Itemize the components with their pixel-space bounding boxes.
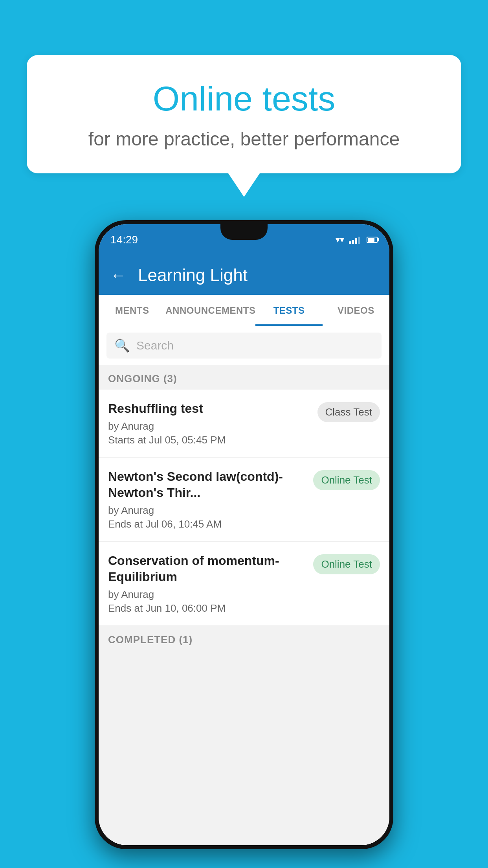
tab-videos[interactable]: VIDEOS — [323, 295, 389, 326]
test-badge-3: Online Test — [313, 554, 380, 574]
test-author-1: by Anurag — [108, 420, 311, 432]
phone-content: 🔍 Search ONGOING (3) Reshuffling test by… — [99, 326, 389, 845]
test-time-2: Ends at Jul 06, 10:45 AM — [108, 518, 307, 530]
test-info-3: Conservation of momentum-Equilibrium by … — [108, 553, 313, 614]
test-badge-2: Online Test — [313, 470, 380, 490]
test-item[interactable]: Conservation of momentum-Equilibrium by … — [99, 542, 389, 626]
speech-bubble-wrapper: Online tests for more practice, better p… — [27, 55, 461, 197]
signal-bar-2 — [352, 240, 354, 244]
search-bar-wrapper: 🔍 Search — [99, 326, 389, 365]
ongoing-section-title: ONGOING (3) — [108, 373, 177, 384]
battery-fill — [368, 238, 374, 242]
speech-bubble-subtitle: for more practice, better performance — [58, 128, 430, 150]
battery-icon — [367, 237, 378, 243]
test-name-3: Conservation of momentum-Equilibrium — [108, 553, 307, 585]
speech-bubble: Online tests for more practice, better p… — [27, 55, 461, 173]
signal-bar-1 — [349, 241, 351, 244]
test-author-3: by Anurag — [108, 588, 307, 601]
test-info-1: Reshuffling test by Anurag Starts at Jul… — [108, 401, 317, 446]
test-author-2: by Anurag — [108, 504, 307, 517]
app-title: Learning Light — [138, 265, 248, 285]
completed-section-header: COMPLETED (1) — [99, 626, 389, 651]
test-info-2: Newton's Second law(contd)-Newton's Thir… — [108, 469, 313, 530]
search-icon: 🔍 — [114, 338, 130, 353]
test-name-1: Reshuffling test — [108, 401, 311, 417]
wifi-icon: ▾▾ — [336, 235, 344, 245]
ongoing-section-header: ONGOING (3) — [99, 365, 389, 390]
search-input[interactable]: Search — [136, 339, 174, 352]
speech-bubble-title: Online tests — [58, 79, 430, 119]
app-header: ← Learning Light — [99, 256, 389, 295]
test-list: Reshuffling test by Anurag Starts at Jul… — [99, 390, 389, 626]
test-item[interactable]: Newton's Second law(contd)-Newton's Thir… — [99, 458, 389, 542]
signal-bar-4 — [358, 237, 360, 244]
tab-announcements[interactable]: ANNOUNCEMENTS — [165, 295, 255, 326]
test-badge-1: Class Test — [317, 402, 380, 422]
back-button[interactable]: ← — [110, 267, 126, 284]
search-input-inner[interactable]: 🔍 Search — [106, 333, 382, 359]
status-time: 14:29 — [110, 234, 138, 246]
phone-inner: 14:29 ▾▾ — [99, 224, 389, 845]
tab-bar: MENTS ANNOUNCEMENTS TESTS VIDEOS — [99, 295, 389, 326]
notch — [220, 224, 268, 240]
completed-section-title: COMPLETED (1) — [108, 634, 193, 645]
phone-frame: 14:29 ▾▾ — [95, 220, 393, 849]
tab-tests[interactable]: TESTS — [255, 295, 322, 326]
tab-ments[interactable]: MENTS — [99, 295, 165, 326]
test-item[interactable]: Reshuffling test by Anurag Starts at Jul… — [99, 390, 389, 458]
signal-bar-3 — [355, 238, 357, 244]
speech-bubble-arrow — [228, 173, 260, 197]
status-icons: ▾▾ — [336, 235, 378, 245]
signal-icon — [349, 236, 360, 244]
phone-screen: 14:29 ▾▾ — [99, 224, 389, 845]
test-time-3: Ends at Jun 10, 06:00 PM — [108, 602, 307, 614]
status-bar: 14:29 ▾▾ — [99, 224, 389, 256]
test-time-1: Starts at Jul 05, 05:45 PM — [108, 434, 311, 446]
test-name-2: Newton's Second law(contd)-Newton's Thir… — [108, 469, 307, 501]
